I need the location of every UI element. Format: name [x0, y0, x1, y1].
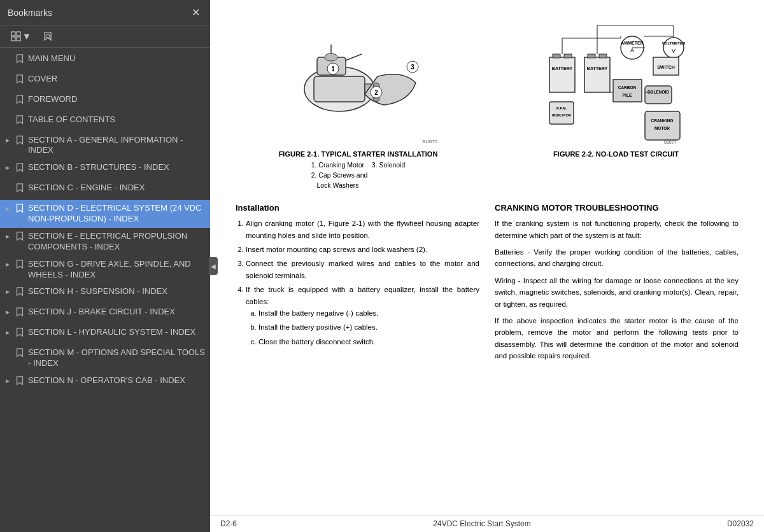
grid-icon	[11, 31, 21, 41]
bookmark-flag-icon-toc	[15, 115, 25, 129]
install-step-3: Connect the previously marked wires and …	[246, 258, 479, 281]
bookmarks-header: Bookmarks ✕	[0, 0, 210, 25]
bookmark-item-section-m[interactable]: SECTION M - OPTIONS AND SPECIAL TOOLS - …	[0, 344, 210, 372]
expand-arrow-main-menu	[3, 53, 13, 63]
installation-heading: Installation	[236, 203, 479, 213]
collapse-panel-button[interactable]: ◀	[209, 257, 218, 275]
bookmark-item-section-n[interactable]: ►SECTION N - OPERATOR'S CAB - INDEX	[0, 372, 210, 393]
bookmark-item-section-a[interactable]: ►SECTION A - GENERAL INFORMATION - INDEX	[0, 132, 210, 160]
figure-2-caption: FIGURE 2-2. NO-LOAD TEST CIRCUIT	[553, 150, 679, 158]
bookmark-label-section-d: SECTION D - ELECTRICAL SYSTEM (24 VDC NO…	[28, 203, 205, 225]
bookmark-item-section-d[interactable]: ►SECTION D - ELECTRICAL SYSTEM (24 VDC N…	[0, 200, 210, 228]
installation-section: Installation Align cranking motor (1, Fi…	[236, 203, 479, 347]
bookmark-flag-icon-section-g	[15, 259, 25, 273]
doc-content: 1 2 3 SU075 FIGURE 2-1. TYPICAL STARTER …	[210, 0, 764, 515]
expand-arrow-foreword	[3, 94, 13, 104]
svg-text:V: V	[671, 48, 675, 54]
figure-2-image: BATTERY BATTERY AMMETER A	[493, 19, 739, 146]
bookmark-icon	[43, 31, 53, 41]
toolbar-row: ▼	[0, 25, 210, 48]
troubleshoot-para-2: Batteries - Verify the proper working co…	[495, 246, 739, 270]
bookmark-label-cover: COVER	[28, 74, 205, 85]
expand-arrow-section-n: ►	[3, 375, 13, 385]
svg-text:INDICATOR: INDICATOR	[551, 113, 570, 117]
right-panel: 1 2 3 SU075 FIGURE 2-1. TYPICAL STARTER …	[210, 0, 764, 532]
expand-arrow-toc	[3, 115, 13, 124]
footer-left: D2-6	[220, 519, 237, 528]
bookmark-flag-icon-section-e	[15, 231, 25, 245]
expand-arrow-section-d: ►	[3, 203, 13, 213]
svg-text:1: 1	[331, 66, 335, 73]
troubleshoot-para-4: If the above inspection indicates the st…	[495, 315, 739, 362]
bookmark-item-section-e[interactable]: ►SECTION E - ELECTRICAL PROPULSION COMPO…	[0, 228, 210, 256]
svg-text:VOLTMETER: VOLTMETER	[661, 41, 685, 45]
footer-right: D02032	[727, 519, 754, 528]
bookmark-item-toc[interactable]: TABLE OF CONTENTS	[0, 111, 210, 132]
bookmark-item-section-c[interactable]: SECTION C - ENGINE - INDEX	[0, 179, 210, 200]
expand-arrow-section-c	[3, 183, 13, 192]
bookmark-label-section-g: SECTION G - DRIVE AXLE, SPINDLE, AND WHE…	[28, 259, 205, 281]
bookmark-label-section-l: SECTION L - HYDRAULIC SYSTEM - INDEX	[28, 327, 205, 338]
view-options-button[interactable]: ▼	[8, 29, 34, 43]
bookmark-item-section-l[interactable]: ►SECTION L - HYDRAULIC SYSTEM - INDEX	[0, 324, 210, 344]
install-sub-step-a: Install the battery negative (-) cables.	[258, 307, 479, 319]
svg-rect-23	[553, 54, 560, 58]
close-button[interactable]: ✕	[189, 6, 202, 18]
install-sub-steps: Install the battery negative (-) cables.…	[246, 307, 479, 347]
expand-arrow-section-h: ►	[3, 286, 13, 296]
svg-text:91677: 91677	[664, 140, 677, 144]
bookmark-item-main-menu[interactable]: MAIN MENU	[0, 50, 210, 71]
bookmark-item-cover[interactable]: COVER	[0, 71, 210, 91]
bookmark-flag-icon-section-l	[15, 327, 25, 341]
install-step-1: Align cranking motor (1, Figure 2-1) wit…	[246, 218, 479, 241]
bookmark-item-section-h[interactable]: ►SECTION H - SUSPENSION - INDEX	[0, 283, 210, 304]
installation-steps: Align cranking motor (1, Figure 2-1) wit…	[236, 218, 479, 347]
installation-column: Installation Align cranking motor (1, Fi…	[236, 203, 479, 372]
bookmark-item-section-g[interactable]: ►SECTION G - DRIVE AXLE, SPINDLE, AND WH…	[0, 256, 210, 284]
bookmark-item-section-j[interactable]: ►SECTION J - BRAKE CIRCUIT - INDEX	[0, 304, 210, 324]
expand-arrow-section-l: ►	[3, 327, 13, 337]
figure-1-block: 1 2 3 SU075 FIGURE 2-1. TYPICAL STARTER …	[236, 19, 481, 190]
bookmark-flag-icon-foreword	[15, 94, 25, 108]
expand-arrow-section-j: ►	[3, 307, 13, 316]
doc-footer: D2-6 24VDC Electric Start System D02032	[210, 515, 764, 532]
bookmark-item-foreword[interactable]: FOREWORD	[0, 91, 210, 111]
bookmark-label-section-e: SECTION E - ELECTRICAL PROPULSION COMPON…	[28, 231, 205, 253]
bookmark-item-section-b[interactable]: ►SECTION B - STRUCTURES - INDEX	[0, 159, 210, 179]
expand-arrow-section-m	[3, 347, 13, 357]
svg-rect-1	[17, 32, 20, 36]
svg-text:CRANKING: CRANKING	[651, 118, 673, 123]
bookmark-label-section-h: SECTION H - SUSPENSION - INDEX	[28, 286, 205, 297]
bookmark-label-toc: TABLE OF CONTENTS	[28, 115, 205, 125]
bookmark-flag-icon-section-m	[15, 347, 25, 361]
figure-2-block: BATTERY BATTERY AMMETER A	[493, 19, 739, 158]
bookmark-flag-icon-section-b	[15, 162, 25, 176]
svg-point-9	[325, 53, 337, 61]
bookmark-flag-icon-section-d	[15, 203, 25, 217]
svg-rect-3	[17, 37, 20, 41]
install-step-4: If the truck is equipped with a battery …	[246, 284, 479, 347]
svg-rect-40	[645, 86, 672, 104]
bookmark-label-main-menu: MAIN MENU	[28, 53, 205, 64]
svg-text:MOTOR: MOTOR	[654, 126, 669, 130]
svg-rect-25	[584, 57, 610, 92]
bookmark-label-section-b: SECTION B - STRUCTURES - INDEX	[28, 162, 205, 173]
svg-text:3: 3	[411, 64, 414, 71]
install-sub-step-b: Install the battery positive (+) cables.	[258, 321, 479, 333]
figures-row: 1 2 3 SU075 FIGURE 2-1. TYPICAL STARTER …	[236, 19, 739, 190]
svg-rect-6	[314, 76, 365, 102]
svg-text:BATTERY: BATTERY	[586, 66, 607, 71]
expand-arrow-section-b: ►	[3, 162, 13, 172]
bookmark-flag-icon-section-c	[15, 183, 25, 197]
install-sub-step-c: Close the battery disconnect switch.	[258, 336, 479, 347]
bookmark-list: MAIN MENU COVER FOREWORD TABLE OF CONTEN…	[0, 48, 210, 532]
troubleshoot-para-1: If the cranking system is not functionin…	[495, 218, 739, 241]
main-content-columns: Installation Align cranking motor (1, Fi…	[236, 203, 739, 372]
left-panel: Bookmarks ✕ ▼ MAIN MENU COVER FOREWORD T…	[0, 0, 210, 532]
svg-rect-37	[613, 80, 642, 102]
bookmark-flag-icon-section-h	[15, 286, 25, 300]
troubleshoot-heading: CRANKING MOTOR TROUBLESHOOTING	[495, 203, 739, 213]
bookmark-search-button[interactable]	[39, 29, 56, 43]
footer-center: 24VDC Electric Start System	[433, 519, 530, 528]
bookmarks-title: Bookmarks	[8, 8, 52, 18]
